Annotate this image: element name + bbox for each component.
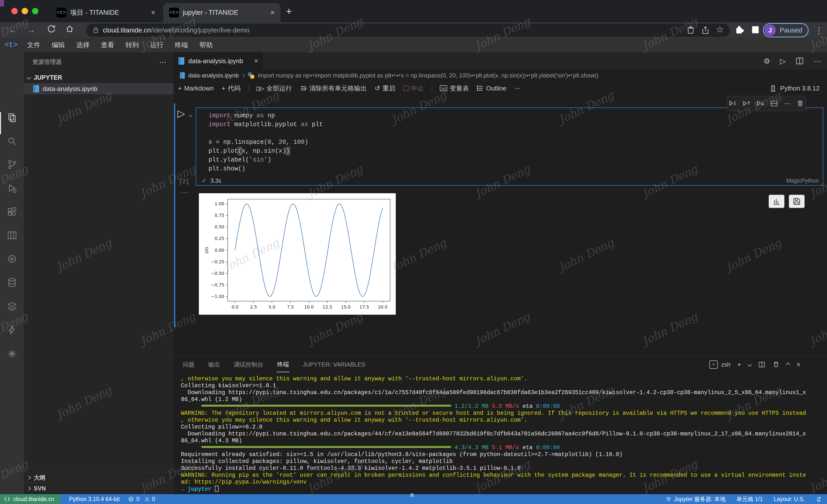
- breadcrumb-file[interactable]: data-analysis.ipynb: [188, 72, 239, 79]
- split-terminal-icon[interactable]: [758, 361, 766, 368]
- split-cell-icon[interactable]: [770, 100, 778, 107]
- menu-run[interactable]: 运行: [148, 40, 165, 50]
- file-item-notebook[interactable]: data-analysis.ipynb: [24, 83, 174, 95]
- menu-file[interactable]: 文件: [25, 40, 42, 50]
- clear-outputs-button[interactable]: 清除所有单元格输出: [300, 84, 367, 93]
- notebook-settings-gear-icon[interactable]: ⚙: [764, 57, 770, 65]
- kanban-board-icon[interactable]: [6, 230, 18, 241]
- code-line[interactable]: import matplotlib.pyplot as plt: [208, 120, 323, 129]
- tab-output[interactable]: 输出: [208, 357, 221, 372]
- browser-tab-project[interactable]: <t> 项目 - TITANIDE ×: [50, 3, 161, 22]
- variables-button[interactable]: (x) 变量表: [440, 84, 469, 93]
- toolbar-more-icon[interactable]: ⋯: [515, 85, 521, 92]
- breadcrumb-code-summary[interactable]: import numpy as np↵import matplotlib.pyp…: [258, 72, 598, 79]
- tab-jupyter-variables[interactable]: JUPYTER: VARIABLES: [302, 358, 366, 372]
- browser-menu-icon[interactable]: ⋮: [815, 25, 823, 36]
- extensions-puzzle-icon[interactable]: [734, 24, 744, 35]
- run-below-icon[interactable]: [757, 100, 764, 107]
- reload-icon[interactable]: [46, 23, 56, 34]
- terminal-output[interactable]: , otherwise you may silence this warning…: [181, 376, 823, 494]
- code-line[interactable]: plt.ylabel('sin'): [208, 156, 323, 164]
- remote-indicator[interactable]: cloud.titanide.cn: [0, 494, 60, 504]
- tab-close-icon[interactable]: ×: [254, 58, 258, 64]
- terminal-profile-icon[interactable]: >: [709, 360, 718, 369]
- code-cell[interactable]: import numpy as npimport matplotlib.pypl…: [196, 107, 823, 186]
- share-icon[interactable]: [701, 26, 710, 35]
- open-plot-viewer-button[interactable]: [769, 195, 784, 208]
- extensions-icon[interactable]: [6, 206, 18, 218]
- menu-help[interactable]: 帮助: [197, 40, 214, 50]
- jupyter-server-item[interactable]: Jupyter 服务器: 本地: [666, 495, 726, 503]
- delete-cell-icon[interactable]: [796, 100, 804, 107]
- breadcrumb[interactable]: data-analysis.ipynb import numpy as np↵i…: [174, 70, 827, 81]
- output-more-icon[interactable]: ⋯: [181, 188, 188, 197]
- code-line[interactable]: [208, 129, 323, 138]
- python-interpreter-item[interactable]: Python 3.10.4 64-bit: [69, 496, 119, 503]
- run-cell-button[interactable]: ▷: [178, 108, 185, 119]
- menu-view[interactable]: 查看: [99, 40, 116, 50]
- clipboard-icon[interactable]: [686, 26, 695, 35]
- cell-code[interactable]: import numpy as npimport matplotlib.pypl…: [208, 111, 323, 173]
- tab-close-icon[interactable]: ×: [151, 9, 155, 16]
- sidebar-more-icon[interactable]: ⋯: [159, 58, 166, 66]
- browser-profile-button[interactable]: J Paused: [763, 23, 809, 37]
- database-icon[interactable]: [6, 277, 18, 288]
- cell-position-item[interactable]: 单元格 1/1: [736, 495, 763, 503]
- sparkle-icon[interactable]: [6, 348, 18, 359]
- editor-tab-notebook[interactable]: data-analysis.ipynb ×: [174, 52, 262, 70]
- restart-kernel-button[interactable]: ↺ 重启: [375, 84, 395, 93]
- window-minimize-button[interactable]: [22, 8, 28, 14]
- play-circle-icon[interactable]: [6, 253, 18, 265]
- save-plot-button[interactable]: [789, 195, 805, 208]
- back-icon[interactable]: ←: [9, 25, 17, 35]
- forward-icon[interactable]: →: [27, 25, 36, 35]
- cell-more-icon[interactable]: ⋯: [784, 100, 790, 107]
- menu-goto[interactable]: 转到: [124, 40, 141, 50]
- close-panel-icon[interactable]: ×: [796, 361, 800, 369]
- editor-more-icon[interactable]: ⋯: [814, 57, 821, 65]
- code-line[interactable]: plt.plot(x, np.sin(x)): [208, 147, 323, 156]
- zap-icon[interactable]: [6, 324, 18, 336]
- code-line[interactable]: import numpy as np: [208, 111, 323, 120]
- tab-terminal[interactable]: 终端: [277, 357, 289, 372]
- window-close-button[interactable]: [11, 8, 18, 14]
- execute-cell-and-below-icon[interactable]: [729, 100, 737, 107]
- maximize-panel-icon[interactable]: [786, 362, 790, 367]
- cell-language-badge[interactable]: MagicPython: [786, 177, 819, 184]
- outline-button[interactable]: Outline: [477, 85, 506, 92]
- kernel-picker[interactable]: Python 3.8.12: [769, 81, 820, 95]
- code-line[interactable]: plt.show(): [208, 164, 323, 173]
- new-terminal-icon[interactable]: +: [737, 361, 741, 369]
- tab-close-icon[interactable]: ×: [270, 9, 275, 16]
- menu-terminal[interactable]: 终端: [173, 40, 190, 50]
- shell-name[interactable]: zsh: [721, 361, 730, 368]
- keyboard-layout-item[interactable]: Layout: U.S.: [774, 496, 805, 503]
- run-above-icon[interactable]: [742, 100, 750, 107]
- explorer-icon[interactable]: [6, 112, 18, 123]
- side-panel-icon[interactable]: [750, 24, 761, 35]
- new-tab-button[interactable]: +: [286, 6, 292, 17]
- add-markdown-button[interactable]: + Markdown: [178, 85, 214, 92]
- code-line[interactable]: x = np.linspace(0, 20, 100): [208, 138, 323, 147]
- run-notebook-icon[interactable]: ▷: [780, 57, 786, 65]
- address-bar[interactable]: cloud.titanide.cn/ide/web/coding/jupyter…: [86, 23, 730, 37]
- menu-select[interactable]: 选择: [74, 40, 92, 50]
- terminal-dropdown-icon[interactable]: [747, 362, 752, 367]
- window-zoom-button[interactable]: [32, 8, 38, 14]
- sidebar-section-jupyter[interactable]: JUPYTER: [24, 72, 174, 83]
- sidebar-section-svn[interactable]: SVN: [24, 483, 174, 494]
- bookmark-star-icon[interactable]: ☆: [716, 24, 724, 35]
- run-debug-icon[interactable]: [6, 183, 18, 194]
- layers-icon[interactable]: [6, 301, 18, 312]
- kill-terminal-icon[interactable]: [772, 361, 780, 368]
- browser-tab-jupyter[interactable]: <t> jupyter - TITANIDE ×: [163, 3, 281, 22]
- split-editor-icon[interactable]: [795, 57, 804, 65]
- search-icon[interactable]: [6, 136, 18, 147]
- notifications-bell-icon[interactable]: [816, 496, 822, 502]
- run-options-chevron-icon[interactable]: [189, 113, 192, 117]
- tab-problems[interactable]: 问题: [182, 357, 195, 372]
- menu-edit[interactable]: 编辑: [50, 40, 67, 50]
- add-code-button[interactable]: + 代码: [222, 84, 240, 93]
- sidebar-section-outline[interactable]: 大纲: [24, 472, 174, 483]
- source-control-icon[interactable]: [6, 159, 18, 170]
